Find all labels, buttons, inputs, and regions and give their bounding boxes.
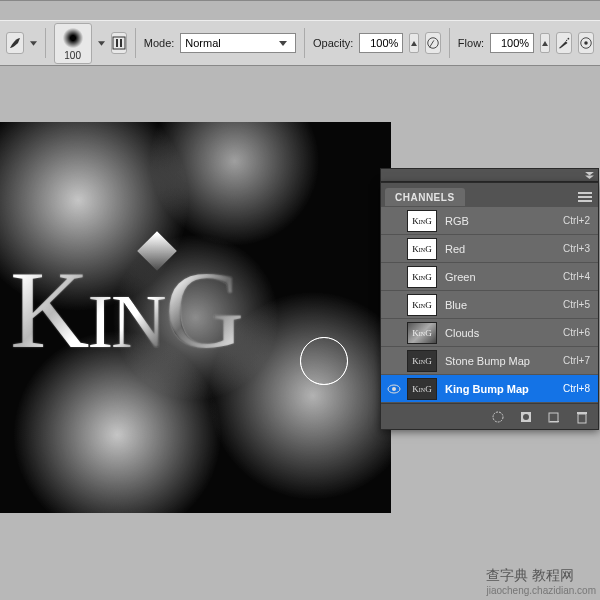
channel-thumbnail: KinG xyxy=(407,210,437,232)
svg-rect-10 xyxy=(578,200,592,202)
brush-size-label: 100 xyxy=(64,50,81,61)
channel-row[interactable]: KinGGreenCtrl+4 xyxy=(381,263,598,291)
panel-collapse-bar[interactable] xyxy=(380,168,599,182)
channel-thumbnail: KinG xyxy=(407,266,437,288)
tab-channels[interactable]: CHANNELS xyxy=(385,188,465,206)
blend-mode-select[interactable]: Normal xyxy=(180,33,296,53)
blend-mode-value: Normal xyxy=(185,37,275,49)
svg-point-3 xyxy=(428,38,439,49)
opacity-label: Opacity: xyxy=(313,37,353,49)
channel-row[interactable]: KinGRedCtrl+3 xyxy=(381,235,598,263)
svg-rect-29 xyxy=(550,421,559,422)
channel-row[interactable]: KinGCloudsCtrl+6 xyxy=(381,319,598,347)
channel-shortcut: Ctrl+3 xyxy=(563,243,598,254)
svg-point-14 xyxy=(392,247,396,251)
channel-name: Blue xyxy=(445,299,563,311)
svg-point-25 xyxy=(493,412,503,422)
svg-rect-31 xyxy=(577,412,587,414)
separator xyxy=(304,28,305,58)
channel-shortcut: Ctrl+4 xyxy=(563,271,598,282)
channel-name: Stone Bump Map xyxy=(445,355,563,367)
channel-shortcut: Ctrl+6 xyxy=(563,327,598,338)
svg-point-7 xyxy=(584,41,588,45)
canvas-text: KinG xyxy=(10,247,242,374)
channel-thumbnail: KinG xyxy=(407,294,437,316)
flow-input[interactable]: 100% xyxy=(490,33,534,53)
chevron-down-icon xyxy=(275,41,291,46)
channel-shortcut: Ctrl+7 xyxy=(563,355,598,366)
opacity-slider-toggle[interactable] xyxy=(409,33,419,53)
watermark: 查字典 教程网 jiaocheng.chazidian.com xyxy=(486,567,596,596)
brush-panel-toggle[interactable] xyxy=(111,32,127,54)
channel-row[interactable]: KinGRGBCtrl+2 xyxy=(381,207,598,235)
separator xyxy=(135,28,136,58)
save-selection-icon[interactable] xyxy=(518,409,534,425)
channel-name: King Bump Map xyxy=(445,383,563,395)
channel-name: Green xyxy=(445,271,563,283)
channels-panel: CHANNELS KinGRGBCtrl+2KinGRedCtrl+3KinGG… xyxy=(380,182,599,430)
brush-preview[interactable]: 100 xyxy=(54,23,92,64)
document-canvas[interactable]: KinG xyxy=(0,122,391,513)
channel-thumbnail: KinG xyxy=(407,350,437,372)
flow-label: Flow: xyxy=(458,37,484,49)
load-selection-icon[interactable] xyxy=(490,409,506,425)
channel-shortcut: Ctrl+2 xyxy=(563,215,598,226)
svg-rect-1 xyxy=(116,39,118,47)
delete-channel-icon[interactable] xyxy=(574,409,590,425)
channel-name: RGB xyxy=(445,215,563,227)
channel-thumbnail: KinG xyxy=(407,238,437,260)
brush-dropdown[interactable] xyxy=(98,28,105,58)
channel-row[interactable]: KinGKing Bump MapCtrl+8 xyxy=(381,375,598,403)
svg-rect-0 xyxy=(113,37,125,49)
brush-dot-icon xyxy=(61,26,85,50)
separator xyxy=(45,28,46,58)
panel-menu-icon[interactable] xyxy=(578,189,592,201)
svg-point-5 xyxy=(566,40,567,41)
tool-preset-picker[interactable] xyxy=(6,32,24,54)
visibility-toggle[interactable] xyxy=(381,328,407,338)
visibility-toggle[interactable] xyxy=(381,272,407,282)
visibility-toggle[interactable] xyxy=(381,384,407,394)
tool-preset-dropdown[interactable] xyxy=(30,28,37,58)
flow-slider-toggle[interactable] xyxy=(540,33,550,53)
svg-rect-9 xyxy=(578,196,592,198)
pressure-opacity-icon[interactable] xyxy=(425,32,441,54)
channel-name: Clouds xyxy=(445,327,563,339)
separator xyxy=(449,28,450,58)
channel-row[interactable]: KinGBlueCtrl+5 xyxy=(381,291,598,319)
visibility-toggle[interactable] xyxy=(381,216,407,226)
channel-rows: KinGRGBCtrl+2KinGRedCtrl+3KinGGreenCtrl+… xyxy=(381,207,598,403)
svg-point-24 xyxy=(392,387,396,391)
mode-label: Mode: xyxy=(144,37,175,49)
channel-row[interactable]: KinGStone Bump MapCtrl+7 xyxy=(381,347,598,375)
channel-name: Red xyxy=(445,243,563,255)
new-channel-icon[interactable] xyxy=(546,409,562,425)
svg-point-20 xyxy=(392,331,396,335)
svg-rect-8 xyxy=(578,192,592,194)
visibility-toggle[interactable] xyxy=(381,244,407,254)
svg-rect-28 xyxy=(549,413,558,422)
airbrush-icon[interactable] xyxy=(556,32,572,54)
window-top-gap xyxy=(0,0,600,20)
visibility-toggle[interactable] xyxy=(381,356,407,366)
channel-shortcut: Ctrl+5 xyxy=(563,299,598,310)
pressure-size-icon[interactable] xyxy=(578,32,594,54)
options-bar: 100 Mode: Normal Opacity: 100% Flow: 100… xyxy=(0,20,600,66)
channel-thumbnail: KinG xyxy=(407,322,437,344)
panel-tabs: CHANNELS xyxy=(381,183,598,207)
visibility-toggle[interactable] xyxy=(381,300,407,310)
svg-point-27 xyxy=(523,414,529,420)
svg-rect-30 xyxy=(578,414,586,423)
opacity-input[interactable]: 100% xyxy=(359,33,403,53)
channel-thumbnail: KinG xyxy=(407,378,437,400)
svg-rect-2 xyxy=(120,39,122,47)
svg-point-12 xyxy=(392,219,396,223)
channel-shortcut: Ctrl+8 xyxy=(563,383,598,394)
brush-cursor-icon xyxy=(300,337,348,385)
svg-point-4 xyxy=(568,38,570,40)
svg-point-18 xyxy=(392,303,396,307)
svg-point-16 xyxy=(392,275,396,279)
panel-footer xyxy=(381,403,598,429)
svg-point-22 xyxy=(392,359,396,363)
